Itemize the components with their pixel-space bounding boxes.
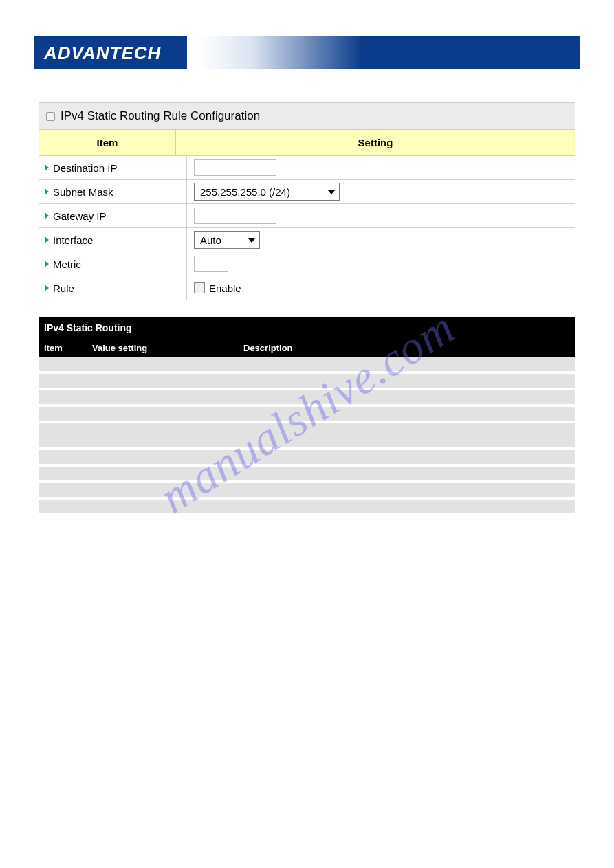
column-header-item: Item [39, 130, 176, 155]
interface-selected: Auto [200, 234, 221, 246]
caret-icon [45, 236, 49, 243]
label-gateway-ip: Gateway IP [53, 210, 107, 222]
row-interface: Interface Auto [39, 228, 575, 252]
brand-logo: ADVANTECH [34, 36, 187, 69]
table-row [39, 498, 575, 515]
caret-icon [45, 285, 49, 291]
spec-title: IPv4 Static Routing [39, 317, 575, 339]
caret-icon [45, 164, 49, 171]
header-banner: ADVANTECH [34, 36, 580, 69]
table-row [39, 449, 575, 465]
panel-title-bar: IPv4 Static Routing Rule Configuration [39, 103, 575, 130]
caret-icon [45, 188, 49, 195]
panel-collapse-icon[interactable] [46, 112, 55, 121]
gateway-ip-input[interactable] [194, 208, 276, 224]
table-row [39, 422, 575, 449]
table-row [39, 405, 575, 422]
rule-enable-checkbox[interactable] [194, 282, 205, 293]
subnet-mask-select[interactable]: 255.255.255.0 (/24) [194, 183, 340, 201]
interface-select[interactable]: Auto [194, 231, 260, 249]
caret-icon [45, 212, 49, 219]
metric-input[interactable] [194, 256, 228, 272]
row-rule: Rule Enable [39, 276, 575, 300]
subnet-mask-selected: 255.255.255.0 (/24) [200, 186, 290, 198]
panel-title: IPv4 Static Routing Rule Configuration [61, 109, 260, 123]
label-interface: Interface [53, 234, 93, 246]
spec-table: IPv4 Static Routing Item Value setting D… [39, 317, 575, 516]
spec-header-desc: Description [238, 339, 575, 357]
caret-icon [45, 260, 49, 267]
destination-ip-input[interactable] [194, 159, 276, 176]
row-subnet-mask: Subnet Mask 255.255.255.0 (/24) [39, 180, 575, 204]
row-destination-ip: Destination IP [39, 156, 575, 180]
spec-body [39, 357, 575, 515]
table-row [39, 389, 575, 405]
label-subnet-mask: Subnet Mask [53, 186, 113, 198]
label-metric: Metric [53, 258, 81, 270]
column-header-row: Item Setting [39, 130, 575, 156]
table-row [39, 465, 575, 482]
table-row [39, 372, 575, 389]
label-destination-ip: Destination IP [53, 162, 117, 174]
config-panel: IPv4 Static Routing Rule Configuration I… [39, 102, 575, 300]
brand-logo-text: ADVANTECH [44, 43, 161, 64]
table-row [39, 357, 575, 372]
column-header-setting: Setting [176, 130, 575, 155]
table-row [39, 482, 575, 498]
row-metric: Metric [39, 252, 575, 276]
spec-header-item: Item [39, 339, 87, 357]
row-gateway-ip: Gateway IP [39, 204, 575, 228]
rule-enable-label: Enable [209, 282, 241, 294]
label-rule: Rule [53, 282, 74, 294]
spec-header-value: Value setting [87, 339, 238, 357]
